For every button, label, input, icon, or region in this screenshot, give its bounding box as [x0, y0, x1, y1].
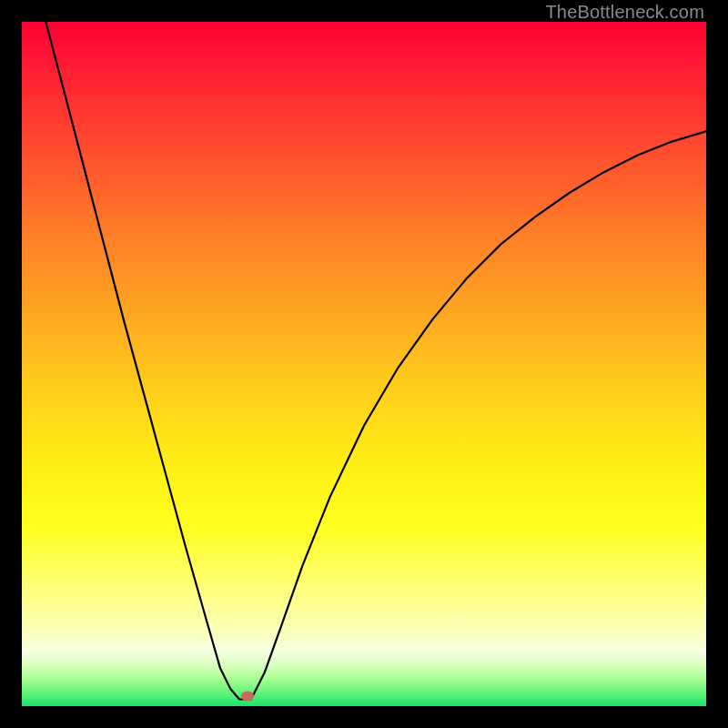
- curve-path: [46, 22, 706, 700]
- optimal-marker: [241, 691, 254, 701]
- bottleneck-curve: [22, 22, 706, 706]
- plot-area: [22, 22, 706, 706]
- chart-frame: TheBottleneck.com: [0, 0, 728, 728]
- watermark-text: TheBottleneck.com: [545, 2, 704, 23]
